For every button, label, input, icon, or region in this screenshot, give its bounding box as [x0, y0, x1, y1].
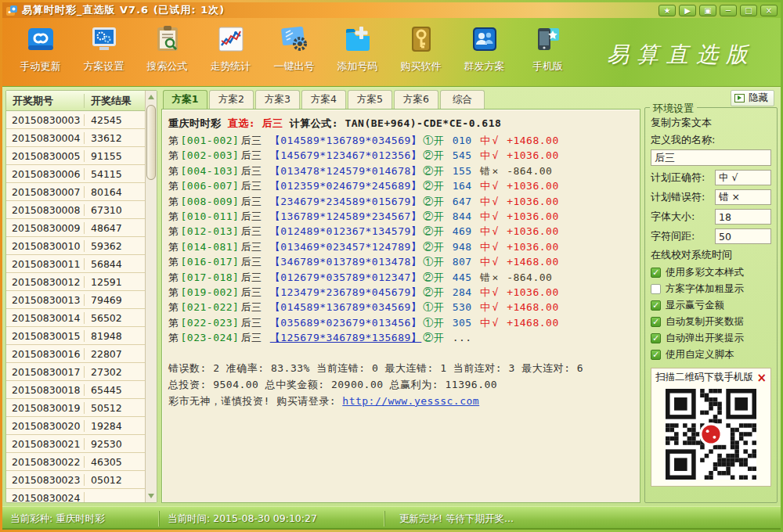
result-cell: 56844 [85, 258, 145, 270]
plan-tab[interactable]: 方案3 [255, 90, 300, 109]
plan-tab[interactable]: 方案1 [163, 90, 207, 109]
table-header: 开奖期号 开奖结果 [6, 91, 145, 111]
summary-notice: 彩市无神，谨慎投资! 购买请登录: http://www.yesssc.com [168, 393, 633, 409]
plan-row: 第[022-023]后三 【035689*023679*013456】①开 30… [168, 315, 633, 330]
period-cell: 20150830014 [6, 312, 85, 324]
time-sync-label[interactable]: 在线校对系统时间 [651, 248, 771, 262]
plan-tab[interactable]: 方案6 [394, 90, 438, 109]
minimize-button[interactable]: ─ [720, 5, 737, 16]
table-row[interactable]: 20150830008 67310 [6, 201, 145, 219]
checkbox-icon[interactable] [651, 300, 661, 311]
table-row[interactable]: 20150830022 46305 [6, 453, 145, 471]
row-suffix: 后三 [240, 149, 262, 161]
toolbar-one-key-number[interactable]: 一键出号 [262, 23, 326, 74]
correct-symbol-input[interactable] [715, 170, 771, 185]
toolbar-search-formula[interactable]: 搜索公式 [135, 23, 199, 74]
checkbox-icon[interactable] [651, 284, 661, 294]
row-suffix: 后三 [240, 286, 262, 298]
checkbox-icon[interactable] [651, 333, 661, 343]
table-row[interactable]: 20150830020 19284 [6, 417, 145, 435]
table-row[interactable]: 20150830015 81948 [6, 327, 145, 345]
name-input[interactable] [651, 149, 771, 166]
checkbox-label: 方案字体加粗显示 [666, 282, 744, 296]
table-row[interactable]: 20150830018 65445 [6, 381, 145, 399]
checkbox-row[interactable]: 显示赢亏金额 [651, 297, 771, 314]
scrollbar-thumb[interactable] [146, 105, 156, 180]
group-legend: 环境设置 [650, 102, 697, 116]
toolbar-plan-settings[interactable]: 方案设置 [72, 23, 135, 74]
checkbox-row[interactable]: 使用自定义脚本 [651, 347, 771, 363]
checkbox-row[interactable]: 使用多彩文本样式 [651, 264, 771, 281]
toolbar-buy-software[interactable]: 购买软件 [389, 23, 453, 74]
website-link[interactable]: http://www.yesssc.com [342, 395, 479, 407]
table-row[interactable]: 20150830006 54115 [6, 165, 145, 183]
plan-tab[interactable]: 方案2 [209, 90, 254, 109]
period-range: [002-003] [181, 149, 240, 161]
table-row[interactable]: 20150830009 48647 [6, 219, 145, 237]
toolbar-mobile-version[interactable]: 手机版 [516, 23, 579, 74]
period-cell: 20150830023 [6, 474, 85, 486]
draw-marker: ②开 [423, 180, 444, 192]
draw-marker: ②开 [423, 271, 444, 283]
tray-button[interactable]: ▣ [699, 5, 716, 16]
table-row[interactable]: 20150830010 59362 [6, 237, 145, 255]
table-scrollbar[interactable] [145, 91, 157, 502]
table-row[interactable]: 20150830005 91155 [6, 147, 145, 165]
table-row[interactable]: 20150830016 22807 [6, 345, 145, 363]
table-row[interactable]: 20150830012 12591 [6, 273, 145, 291]
table-row[interactable]: 20150830023 05012 [6, 471, 145, 489]
toolbar-add-number[interactable]: 添加号码 [326, 23, 389, 74]
result-cell: 22807 [85, 348, 145, 360]
profit-amount: -864.00 [507, 271, 552, 283]
qr-close-icon[interactable]: × [756, 372, 767, 383]
checkbox-icon[interactable] [651, 350, 661, 360]
scroll-down-icon[interactable] [146, 491, 156, 501]
table-row[interactable]: 20150830021 92530 [6, 435, 145, 453]
result-cell: 81948 [85, 330, 145, 342]
row-suffix: 后三 [240, 241, 262, 253]
maximize-button[interactable]: □ [740, 5, 757, 16]
font-size-label: 字体大小: [651, 210, 695, 224]
table-row[interactable]: 20150830017 27302 [6, 363, 145, 381]
favorite-button[interactable]: ★ [659, 5, 676, 16]
table-row[interactable]: 20150830013 79469 [6, 291, 145, 309]
table-row[interactable]: 20150830019 50512 [6, 399, 145, 417]
checkbox-row[interactable]: 自动复制开奖数据 [651, 314, 771, 330]
table-row[interactable]: 20150830004 33612 [6, 129, 145, 147]
plan-tab[interactable]: 方案4 [301, 90, 346, 109]
checkbox-row[interactable]: 自动弹出开奖提示 [651, 330, 771, 347]
table-row[interactable]: 20150830011 56844 [6, 255, 145, 273]
font-size-input[interactable] [715, 209, 771, 225]
copy-plan-text[interactable]: 复制方案文本 [651, 116, 771, 130]
row-suffix: 后三 [240, 196, 262, 207]
table-row[interactable]: 20150830024 [6, 489, 145, 503]
hide-panel-button[interactable]: 隐藏 [731, 90, 774, 106]
toolbar-label: 群发方案 [464, 59, 505, 74]
toolbar-trend-stats[interactable]: 走势统计 [199, 23, 262, 74]
result-cell: 79469 [85, 294, 145, 306]
plan-tab[interactable]: 方案5 [348, 90, 392, 109]
wrong-symbol-input[interactable] [715, 189, 771, 205]
predicted-numbers: 【013478*124579*014678】 [270, 165, 422, 177]
table-row[interactable]: 20150830014 56502 [6, 309, 145, 327]
hit-status: 中 [480, 256, 491, 268]
profit-amount: +1468.00 [507, 135, 559, 146]
toolbar-manual-update[interactable]: 手动更新 [9, 23, 72, 74]
play-button[interactable]: ▶ [679, 5, 696, 16]
toolbar-group-send[interactable]: 群发方案 [453, 23, 516, 74]
scroll-up-icon[interactable] [146, 92, 156, 102]
qr-title: 扫描二维码下载手机版 [655, 371, 753, 384]
close-button[interactable]: × [760, 5, 778, 16]
checkbox-icon[interactable] [651, 317, 661, 327]
row-suffix: 后三 [240, 210, 262, 222]
checkbox-icon[interactable] [651, 268, 661, 278]
table-row[interactable]: 20150830007 80164 [6, 183, 145, 201]
char-spacing-input[interactable] [715, 228, 771, 244]
plan-tab[interactable]: 综合 [440, 90, 485, 109]
result-cell: 12591 [85, 276, 145, 288]
table-row[interactable]: 20150830003 42545 [6, 111, 145, 129]
summary-stats: 错误数: 2 准确率: 83.33% 当前连错: 0 最大连错: 1 当前连对:… [168, 360, 633, 376]
status-lottery: 当前彩种: 重庆时时彩 [2, 511, 159, 527]
hit-status: 错 [480, 165, 491, 177]
checkbox-row[interactable]: 方案字体加粗显示 [651, 281, 771, 297]
